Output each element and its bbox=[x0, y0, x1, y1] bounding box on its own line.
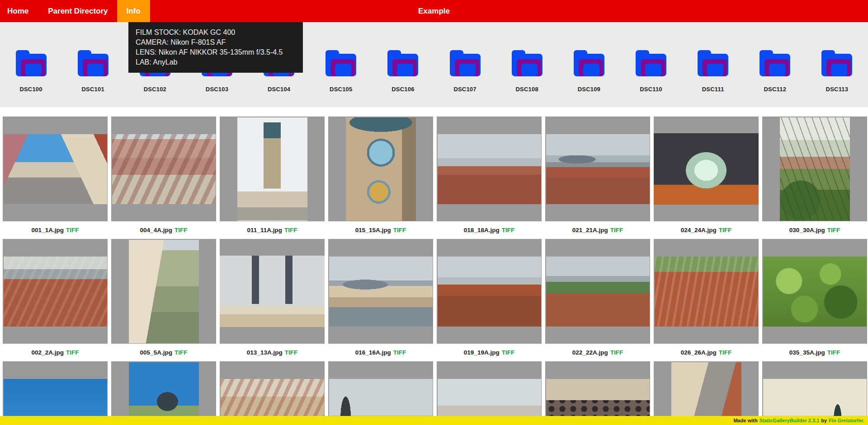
tiff-link[interactable]: TIFF bbox=[827, 349, 840, 356]
thumbnail[interactable] bbox=[111, 117, 216, 221]
tiff-link[interactable]: TIFF bbox=[610, 227, 623, 234]
thumbnail-label: 015_15A.jpgTIFF bbox=[328, 221, 433, 239]
builder-link[interactable]: StaticGalleryBuilder 2.3.1 bbox=[760, 418, 820, 423]
folder-icon bbox=[574, 50, 604, 76]
tiff-link[interactable]: TIFF bbox=[719, 227, 732, 234]
gallery-cell: 018_18A.jpgTIFF bbox=[437, 117, 542, 239]
gallery-cell: 022_22A.jpgTIFF bbox=[545, 239, 650, 361]
thumbnail[interactable] bbox=[545, 117, 650, 221]
thumbnail[interactable] bbox=[654, 239, 759, 344]
thumbnail[interactable] bbox=[654, 361, 759, 425]
folder-label: DSC113 bbox=[826, 86, 849, 93]
folder-item[interactable]: DSC107 bbox=[434, 22, 496, 107]
filename-link[interactable]: 011_11A.jpg bbox=[247, 227, 282, 234]
filename-link[interactable]: 021_21A.jpg bbox=[572, 227, 608, 234]
tiff-link[interactable]: TIFF bbox=[393, 227, 406, 234]
tiff-link[interactable]: TIFF bbox=[610, 349, 623, 356]
thumbnail[interactable] bbox=[762, 117, 867, 221]
gallery-cell: 004_4A.jpgTIFF bbox=[111, 117, 216, 239]
thumbnail-label: 024_24A.jpgTIFF bbox=[654, 221, 759, 239]
filename-link[interactable]: 019_19A.jpg bbox=[464, 349, 500, 356]
nav-item-home[interactable]: Home bbox=[7, 0, 28, 22]
folder-icon bbox=[387, 50, 418, 76]
tiff-link[interactable]: TIFF bbox=[66, 349, 79, 356]
tiff-link[interactable]: TIFF bbox=[285, 349, 298, 356]
filename-link[interactable]: 015_15A.jpg bbox=[355, 227, 391, 234]
folder-item[interactable]: DSC113 bbox=[806, 22, 868, 107]
thumbnail[interactable] bbox=[3, 361, 108, 425]
tooltip-line-lab: LAB: AnyLab bbox=[136, 57, 296, 67]
nav-item-parent-directory[interactable]: Parent Directory bbox=[48, 0, 108, 22]
filename-link[interactable]: 026_26A.jpg bbox=[681, 349, 717, 356]
thumbnail[interactable] bbox=[545, 361, 650, 425]
filename-link[interactable]: 001_1A.jpg bbox=[32, 227, 64, 234]
folder-item[interactable]: DSC100 bbox=[0, 22, 62, 107]
tiff-link[interactable]: TIFF bbox=[393, 349, 406, 356]
filename-link[interactable]: 013_13A.jpg bbox=[247, 349, 283, 356]
tiff-link[interactable]: TIFF bbox=[284, 227, 297, 234]
thumbnail[interactable] bbox=[328, 239, 433, 344]
folder-item[interactable]: DSC101 bbox=[62, 22, 124, 107]
folder-label: DSC109 bbox=[578, 86, 600, 93]
thumbnail-label: 004_4A.jpgTIFF bbox=[111, 221, 216, 239]
thumbnail[interactable] bbox=[654, 117, 759, 221]
thumbnail[interactable] bbox=[328, 361, 433, 425]
photo-thumbnail bbox=[4, 257, 107, 327]
folder-icon bbox=[512, 50, 542, 76]
folder-label: DSC110 bbox=[640, 86, 662, 93]
thumbnail[interactable] bbox=[545, 239, 650, 344]
filename-link[interactable]: 016_16A.jpg bbox=[355, 349, 391, 356]
folder-item[interactable]: DSC105 bbox=[310, 22, 372, 107]
tiff-link[interactable]: TIFF bbox=[502, 227, 515, 234]
thumbnail[interactable] bbox=[3, 239, 108, 344]
folder-label: DSC100 bbox=[19, 86, 42, 93]
tiff-link[interactable]: TIFF bbox=[502, 349, 515, 356]
thumbnail-label: 021_21A.jpgTIFF bbox=[545, 221, 650, 239]
photo-thumbnail bbox=[346, 117, 416, 221]
folder-icon bbox=[821, 50, 852, 76]
thumbnail[interactable] bbox=[111, 361, 216, 425]
thumbnail[interactable] bbox=[437, 117, 542, 221]
tiff-link[interactable]: TIFF bbox=[827, 227, 840, 234]
filename-link[interactable]: 035_35A.jpg bbox=[789, 349, 825, 356]
folder-icon bbox=[326, 50, 356, 76]
filename-link[interactable]: 018_18A.jpg bbox=[464, 227, 500, 234]
thumbnail[interactable] bbox=[437, 239, 542, 344]
folder-item[interactable]: DSC106 bbox=[372, 22, 434, 107]
thumbnail[interactable] bbox=[220, 361, 325, 425]
thumbnail[interactable] bbox=[220, 239, 325, 344]
filename-link[interactable]: 002_2A.jpg bbox=[32, 349, 64, 356]
filename-link[interactable]: 022_22A.jpg bbox=[572, 349, 608, 356]
thumbnail[interactable] bbox=[328, 117, 433, 221]
gallery-cell: 026_26A.jpgTIFF bbox=[654, 239, 759, 361]
folder-item[interactable]: DSC108 bbox=[496, 22, 558, 107]
folder-item[interactable]: DSC110 bbox=[620, 22, 682, 107]
thumbnail-label: 013_13A.jpgTIFF bbox=[220, 344, 325, 361]
folder-item[interactable]: DSC109 bbox=[558, 22, 620, 107]
tooltip-line-lens: LENS: Nikon AF NIKKOR 35-135mm f/3.5-4.5 bbox=[136, 47, 296, 57]
thumbnail[interactable] bbox=[762, 239, 867, 344]
filename-link[interactable]: 004_4A.jpg bbox=[140, 227, 172, 234]
nav-item-info[interactable]: Info bbox=[117, 0, 150, 22]
folder-icon bbox=[450, 50, 481, 76]
photo-thumbnail bbox=[655, 257, 758, 327]
tiff-link[interactable]: TIFF bbox=[66, 227, 79, 234]
filename-link[interactable]: 030_30A.jpg bbox=[789, 227, 825, 234]
thumbnail[interactable] bbox=[111, 239, 216, 344]
gallery-cell: 030_30A.jpgTIFF bbox=[762, 117, 867, 239]
tiff-link[interactable]: TIFF bbox=[719, 349, 732, 356]
thumbnail[interactable] bbox=[762, 361, 867, 425]
filename-link[interactable]: 024_24A.jpg bbox=[681, 227, 717, 234]
tiff-link[interactable]: TIFF bbox=[175, 227, 188, 234]
thumbnail[interactable] bbox=[437, 361, 542, 425]
folder-label: DSC106 bbox=[392, 86, 414, 93]
tiff-link[interactable]: TIFF bbox=[175, 349, 188, 356]
folder-item[interactable]: DSC112 bbox=[744, 22, 806, 107]
thumbnail[interactable] bbox=[3, 117, 108, 221]
author-link[interactable]: Flo Greistorfer. bbox=[829, 418, 864, 423]
thumbnail[interactable] bbox=[220, 117, 325, 221]
filename-link[interactable]: 005_5A.jpg bbox=[140, 349, 172, 356]
folder-item[interactable]: DSC111 bbox=[682, 22, 744, 107]
photo-thumbnail bbox=[220, 256, 325, 327]
info-tooltip: FILM STOCK: KODAK GC 400 CAMERA: Nikon F… bbox=[128, 22, 303, 73]
